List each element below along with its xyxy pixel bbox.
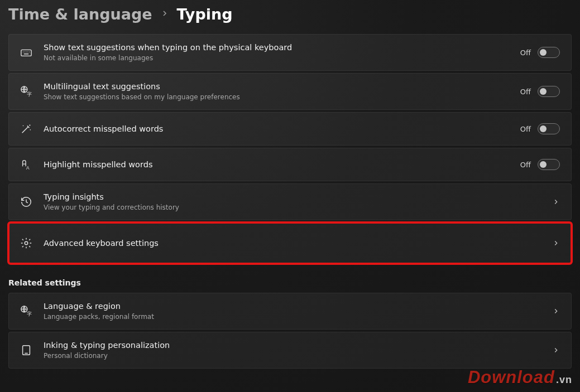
svg-text:字: 字 [27,91,32,97]
row-title: Typing insights [44,192,541,202]
toggle-switch[interactable] [538,159,560,170]
row-typing-insights[interactable]: Typing insights View your typing and cor… [8,183,572,220]
svg-point-10 [23,125,24,127]
chevron-right-icon [160,9,169,20]
svg-point-9 [29,124,30,125]
row-multilingual-suggestions[interactable]: 字 Multilingual text suggestions Show tex… [8,73,572,110]
breadcrumb-parent[interactable]: Time & language [8,7,152,22]
history-icon [20,196,32,208]
gear-icon [20,237,32,249]
tablet-icon [20,344,32,356]
watermark: Download .vn [468,367,572,388]
related-settings-list: 字 Language & region Language packs, regi… [8,293,572,369]
toggle-state-label: Off [520,88,531,96]
row-title: Highlight misspelled words [44,159,509,170]
row-title: Multilingual text suggestions [44,81,509,92]
row-desc: Personal dictionary [44,352,541,361]
toggle-state-label: Off [520,125,531,133]
globe-language-icon: 字 [20,85,32,98]
svg-point-11 [30,129,31,130]
watermark-suffix: .vn [556,374,572,386]
row-desc: Language packs, regional format [44,313,541,322]
toggle-switch[interactable] [538,86,560,97]
row-title: Autocorrect misspelled words [44,124,509,134]
row-autocorrect[interactable]: Autocorrect misspelled words Off [8,112,572,146]
wand-icon [20,123,32,135]
svg-text:字: 字 [27,311,32,317]
toggle-switch[interactable] [538,123,560,134]
row-title: Inking & typing personalization [44,340,541,351]
keyboard-icon [20,46,32,59]
toggle-switch[interactable] [538,47,560,58]
chevron-right-icon [552,346,560,354]
row-title: Language & region [44,301,541,312]
breadcrumb-current: Typing [177,7,233,22]
row-advanced-keyboard-settings[interactable]: Advanced keyboard settings [8,222,572,264]
watermark-main: Download [468,367,555,388]
toggle-state-label: Off [520,161,531,169]
row-text-suggestions-physical[interactable]: Show text suggestions when typing on the… [8,34,572,71]
chevron-right-icon [552,198,560,206]
settings-list: Show text suggestions when typing on the… [8,34,572,264]
row-language-region[interactable]: 字 Language & region Language packs, regi… [8,293,572,330]
spellcheck-icon: A [20,158,32,171]
svg-point-13 [25,241,28,245]
related-settings-heading: Related settings [8,278,572,287]
row-highlight-misspelled[interactable]: A Highlight misspelled words Off [8,148,572,181]
row-title: Show text suggestions when typing on the… [44,42,509,53]
svg-text:A: A [26,166,30,171]
breadcrumb: Time & language Typing [8,7,572,22]
row-title: Advanced keyboard settings [44,238,541,249]
toggle-state-label: Off [520,49,531,57]
row-desc: View your typing and corrections history [44,204,541,212]
row-desc: Not available in some languages [44,54,509,63]
svg-rect-0 [21,50,31,56]
row-inking-typing-personalization[interactable]: Inking & typing personalization Personal… [8,332,572,369]
chevron-right-icon [552,239,560,247]
chevron-right-icon [552,307,560,315]
row-desc: Show text suggestions based on my langua… [44,93,509,102]
globe-language-icon: 字 [20,305,32,317]
